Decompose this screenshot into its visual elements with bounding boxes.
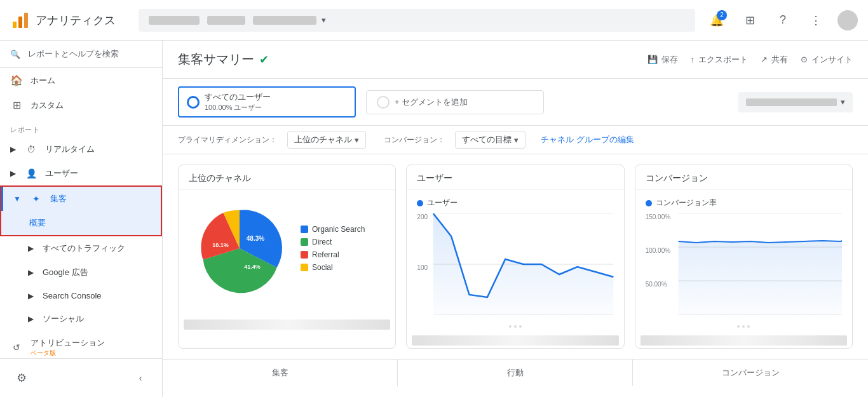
sidebar-item-acquisition[interactable]: ▼ ✦ 集客 [1, 187, 161, 211]
conv-y-max: 150.00% [646, 213, 670, 220]
page-title-row: 集客サマリー ✔ [178, 51, 269, 68]
app-title: アナリティクス [36, 13, 116, 28]
apps-grid-button[interactable]: ⊞ [738, 9, 761, 32]
add-segment-button[interactable]: + セグメントを追加 [366, 90, 544, 114]
sidebar-item-custom[interactable]: ⊞ カスタム [0, 93, 162, 118]
topbar-right: 🔔 2 ⊞ ? ⋮ [705, 9, 858, 32]
legend-dot-direct [301, 238, 308, 246]
conversion-select[interactable]: すべての目標 ▾ [455, 131, 526, 149]
realtime-icon: ⏱ [25, 144, 37, 154]
users-dot-2 [514, 325, 517, 328]
help-button[interactable]: ? [771, 9, 794, 32]
collapse-sidebar-button[interactable]: ‹ [129, 367, 152, 389]
sidebar-item-home[interactable]: 🏠 ホーム [0, 68, 162, 93]
main-content: 集客サマリー ✔ 💾 保存 ↑ エクスポート ↗ 共有 ⊙ インサイ [163, 41, 868, 397]
users-expand-icon: ▶ [10, 169, 16, 178]
pie-container: 48.3% 41.4% 10.1% Organic Search [189, 198, 385, 299]
sidebar-overview-label: 概要 [29, 217, 46, 229]
conv-y-low: 50.00% [646, 281, 667, 288]
legend-dot-social [301, 264, 308, 271]
tab-conversion[interactable]: コンバージョン [633, 360, 868, 386]
users-legend-label: ユーザー [427, 198, 458, 208]
sidebar-item-users[interactable]: ▶ 👤 ユーザー [0, 161, 162, 185]
account-selector-bar[interactable]: ▾ [139, 9, 695, 32]
user-avatar[interactable] [837, 10, 858, 30]
segment-text: すべてのユーザー 100.00% ユーザー [205, 91, 347, 112]
bottom-tabs: 集客 行動 コンバージョン [163, 359, 868, 386]
more-options-button[interactable]: ⋮ [804, 9, 827, 32]
svg-marker-15 [678, 241, 842, 315]
status-check-icon: ✔ [259, 53, 269, 67]
primary-dimension-value: 上位のチャネル [294, 134, 352, 145]
settings-button[interactable]: ⚙ [10, 367, 33, 389]
sidebar-all-traffic-label: すべてのトラフィック [43, 243, 125, 254]
segment-pct: 100.00% ユーザー [205, 103, 347, 112]
notification-badge: 2 [717, 10, 727, 20]
share-button[interactable]: ↗ 共有 [761, 54, 788, 65]
conv-dot-3 [747, 325, 750, 328]
users-y-mid: 100 [417, 264, 428, 271]
insight-button[interactable]: ⊙ インサイト [801, 54, 853, 65]
segment-name: すべてのユーザー [205, 91, 347, 103]
account-blurred-2 [207, 16, 245, 25]
search-icon: 🔍 [10, 50, 20, 59]
dropdown-icon: ▾ [322, 15, 326, 25]
svg-text:41.4%: 41.4% [244, 264, 261, 270]
header-actions: 💾 保存 ↑ エクスポート ↗ 共有 ⊙ インサイト [648, 54, 853, 65]
acquisition-group: ▼ ✦ 集客 概要 [0, 185, 162, 236]
charts-grid: 上位のチャネル [178, 165, 853, 349]
sidebar-item-all-traffic[interactable]: ▶ すべてのトラフィック [0, 236, 162, 260]
account-blurred-3 [253, 16, 316, 25]
insight-icon: ⊙ [801, 55, 808, 64]
acquisition-chart-footer-blur [184, 320, 390, 330]
legend-item-social: Social [301, 263, 365, 272]
svg-rect-2 [24, 13, 28, 28]
sidebar: 🔍 レポートとヘルプを検索 🏠 ホーム ⊞ カスタム レポート ▶ ⏱ リアルタ… [0, 41, 163, 397]
attribution-text-group: アトリビューション ベータ版 [31, 337, 105, 358]
google-ads-expand-icon: ▶ [28, 268, 34, 277]
add-segment-label: + セグメントを追加 [395, 97, 468, 108]
notification-button[interactable]: 🔔 2 [705, 9, 728, 32]
add-segment-circle-icon [377, 96, 390, 109]
topbar: アナリティクス ▾ 🔔 2 ⊞ ? ⋮ [0, 0, 868, 41]
sidebar-search[interactable]: 🔍 レポートとヘルプを検索 [0, 41, 162, 68]
account-view-selector[interactable]: ▾ [738, 92, 853, 112]
svg-text:48.3%: 48.3% [247, 235, 264, 242]
sidebar-item-social[interactable]: ▶ ソーシャル [0, 307, 162, 331]
sidebar-item-search-console[interactable]: ▶ Search Console [0, 285, 162, 307]
primary-dimension-select[interactable]: 上位のチャネル ▾ [287, 131, 366, 149]
legend-dot-organic [301, 225, 308, 233]
tab-acquisition[interactable]: 集客 [163, 360, 398, 386]
users-dot-3 [519, 325, 522, 328]
users-chart-body: ユーザー 200 100 [407, 190, 623, 323]
legend-label-direct: Direct [312, 238, 332, 246]
users-legend-dot [417, 200, 423, 206]
sidebar-social-label: ソーシャル [43, 313, 84, 325]
account-dropdown-icon: ▾ [841, 97, 845, 107]
tab-behavior[interactable]: 行動 [398, 360, 633, 386]
conversion-line-legend: コンバージョン率 [646, 198, 842, 208]
sidebar-item-google-ads[interactable]: ▶ Google 広告 [0, 260, 162, 285]
sidebar-item-overview[interactable]: 概要 [1, 211, 161, 235]
primary-segment-chip[interactable]: すべてのユーザー 100.00% ユーザー [178, 86, 356, 118]
app-logo: アナリティクス [10, 10, 116, 30]
channel-group-edit-link[interactable]: チャネル グループの編集 [541, 134, 634, 145]
save-icon: 💾 [648, 55, 658, 64]
dimension-row: プライマリディメンション： 上位のチャネル ▾ コンバージョン： すべての目標 … [163, 126, 868, 154]
sidebar-item-realtime[interactable]: ▶ ⏱ リアルタイム [0, 137, 162, 161]
acquisition-expand-icon: ▼ [13, 194, 21, 203]
legend-label-social: Social [312, 263, 333, 272]
share-icon: ↗ [761, 55, 768, 64]
realtime-expand-icon: ▶ [10, 145, 16, 154]
all-traffic-expand-icon: ▶ [28, 244, 34, 253]
legend-item-referral: Referral [301, 250, 365, 259]
users-chart-card: ユーザー ユーザー 200 100 [406, 165, 624, 349]
save-button[interactable]: 💾 保存 [648, 54, 678, 65]
export-button[interactable]: ↑ エクスポート [691, 54, 749, 65]
conversion-chart-card: コンバージョン コンバージョン率 150.00% 100.00% 50.00% [635, 165, 853, 349]
users-dot-1 [509, 325, 512, 328]
sidebar-acquisition-label: 集客 [50, 193, 67, 205]
sidebar-google-ads-label: Google 広告 [43, 267, 88, 278]
conversion-label: コンバージョン： [384, 135, 445, 145]
conv-dot-2 [742, 325, 745, 328]
